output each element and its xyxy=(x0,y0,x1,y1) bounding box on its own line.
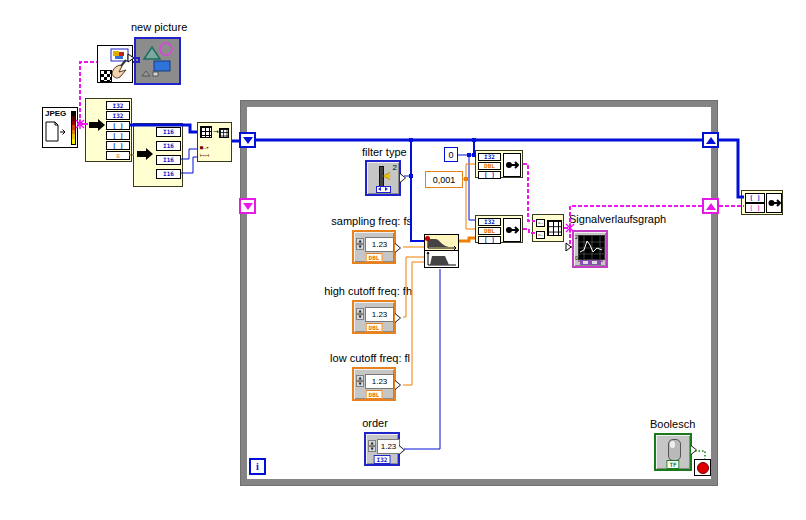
output-arrow-icon xyxy=(395,243,401,253)
output-arrow-icon xyxy=(395,313,401,323)
terminal-cell: [ ] xyxy=(106,141,130,150)
terminal-cell: DBL xyxy=(478,227,501,235)
boolean-control[interactable]: TF xyxy=(654,433,692,471)
high-cutoff-control[interactable]: ▲▼ 1.23 DBL xyxy=(352,300,396,334)
filter-type-label: filter type xyxy=(362,146,407,158)
coercion-dot xyxy=(425,236,430,241)
high-cutoff-label: high cutoff freq: fh xyxy=(302,285,412,297)
increment-decrement-icon[interactable]: ▲▼ xyxy=(356,308,364,322)
bundle-output-icon xyxy=(503,218,521,242)
terminal-cell: [ ] xyxy=(478,171,501,179)
array-input-icon: ▫‥ xyxy=(536,231,545,239)
filter-type-control[interactable]: 2 xyxy=(365,160,401,196)
shift-register-right-array[interactable] xyxy=(702,132,719,148)
sampling-freq-label: sampling freq: fs xyxy=(312,215,412,227)
draw-pixmap-vi[interactable] xyxy=(97,45,133,83)
bandpass-curve-icon xyxy=(425,251,458,267)
waveform-graph-terminal[interactable]: 2 0 0,0 4,0 xyxy=(572,230,608,268)
output-arrow-icon xyxy=(399,445,405,455)
shift-register-right-cluster[interactable] xyxy=(702,198,719,214)
output-arrow-icon xyxy=(400,173,406,183)
terminal-cell: I16 xyxy=(156,141,181,151)
terminal-cell: [ ] xyxy=(106,131,130,140)
ring-value: 2 xyxy=(393,163,397,172)
bundle-filtered-signal[interactable]: I32 DBL [ ] xyxy=(475,215,523,243)
shift-register-up-icon xyxy=(706,137,716,144)
dbl-type-tag: DBL xyxy=(366,323,383,332)
array-input-icon: ▫‥ xyxy=(536,219,545,227)
numeric-display[interactable]: 1.23 xyxy=(365,374,394,389)
order-control[interactable]: ▲▼ 1.23 I32 xyxy=(364,432,400,466)
terminal-cell: [ ] xyxy=(106,121,130,130)
reshape-array-node[interactable]: → ■‥▸ ⊢↔⊣ xyxy=(197,122,232,162)
low-cutoff-control[interactable]: ▲▼ 1.23 DBL xyxy=(352,367,396,401)
dimension-size-icon: ■‥▸ xyxy=(200,144,209,150)
dimension-size-icon: ⊢↔⊣ xyxy=(200,152,209,158)
unbundle-color-cluster[interactable]: I16 I16 I16 I16 xyxy=(133,123,183,187)
increment-decrement-icon[interactable]: ▲▼ xyxy=(356,375,364,389)
numeric-display[interactable]: 1.23 xyxy=(365,307,394,322)
terminal-cell: DBL xyxy=(478,162,501,170)
bundle-output-icon xyxy=(766,193,782,213)
terminal-cell: [ ] xyxy=(745,193,765,203)
terminal-cell: I32 xyxy=(478,153,501,161)
cluster-input-arrow-icon xyxy=(137,148,153,160)
output-bundle-node[interactable]: [ ] [ ] xyxy=(741,190,783,215)
shift-register-left-array[interactable] xyxy=(239,132,256,148)
array-output-grid-icon xyxy=(547,220,562,236)
cluster-input-arrow-icon xyxy=(89,119,105,131)
shift-register-up-icon xyxy=(706,203,716,210)
constant-zero[interactable]: 0 xyxy=(444,147,458,162)
block-diagram: new picture JPEG xyxy=(0,0,806,520)
bundle-original-signal[interactable]: I32 DBL [ ] xyxy=(475,150,523,178)
new-picture-label: new picture xyxy=(131,21,187,33)
i32-type-tag: I32 xyxy=(374,455,391,464)
bundle-output-icon xyxy=(503,153,521,177)
checker-pattern-icon xyxy=(100,70,112,82)
output-arrow-icon xyxy=(691,445,697,455)
terminal-cell: I32 xyxy=(478,218,501,226)
stop-circle-icon xyxy=(697,462,709,474)
waveform-graph-icon: 2 0 xyxy=(578,235,605,260)
wire-i16-b[interactable] xyxy=(181,157,197,173)
terminal-cell: [ ] xyxy=(478,236,501,244)
constant-zero-value: 0 xyxy=(448,150,453,160)
jpeg-read-vi[interactable]: JPEG xyxy=(42,107,78,148)
boolean-label: Boolesch xyxy=(650,418,695,430)
numeric-display[interactable]: 1.23 xyxy=(365,237,394,252)
filter-vi[interactable] xyxy=(424,234,459,268)
picture-indicator[interactable] xyxy=(134,37,181,85)
shift-register-left-cluster[interactable] xyxy=(239,198,256,214)
numeric-display[interactable]: 1.23 xyxy=(377,439,400,454)
increment-decrement-icon[interactable]: ▲▼ xyxy=(368,440,376,454)
sampling-freq-control[interactable]: ▲▼ 1.23 DBL xyxy=(352,230,396,264)
terminal-cell: [ ] xyxy=(745,203,765,213)
terminal-cell: I16 xyxy=(156,169,181,179)
graph-scale-strip-icon xyxy=(580,260,601,265)
wire-i16-a[interactable] xyxy=(181,149,197,159)
output-arrow-icon xyxy=(395,380,401,390)
loop-condition-terminal[interactable] xyxy=(694,459,711,476)
terminal-cell: I16 xyxy=(156,155,181,165)
dbl-type-tag: DBL xyxy=(366,390,383,399)
jpeg-label: JPEG xyxy=(45,109,66,118)
unbundle-image-data[interactable]: I32 I32 [ ] [ ] [ ] ≡ xyxy=(85,98,132,162)
build-array-node[interactable]: ▫‥ ▫‥ xyxy=(532,214,564,242)
dbl-type-tag: DBL xyxy=(366,253,383,262)
constant-step-value: 0,001 xyxy=(433,175,456,185)
loop-iteration-terminal[interactable]: i xyxy=(249,458,266,475)
constant-step[interactable]: 0,001 xyxy=(425,171,463,188)
terminal-cell: I32 xyxy=(106,101,130,110)
order-label: order xyxy=(350,417,400,429)
shift-register-down-icon xyxy=(243,203,253,210)
graph-y-max: 2 xyxy=(575,234,578,240)
iteration-i-label: i xyxy=(256,461,259,472)
increment-decrement-icon[interactable]: ▲▼ xyxy=(356,238,364,252)
terminal-cell: I16 xyxy=(156,127,181,137)
low-cutoff-label: low cutoff freq: fl xyxy=(310,352,410,364)
terminal-cell: I32 xyxy=(106,111,130,120)
wire-array-out[interactable] xyxy=(719,140,744,197)
shapes-picture-icon xyxy=(136,39,179,83)
tf-type-tag: TF xyxy=(666,460,679,469)
graph-label: Signalverlaufsgraph xyxy=(569,213,666,225)
